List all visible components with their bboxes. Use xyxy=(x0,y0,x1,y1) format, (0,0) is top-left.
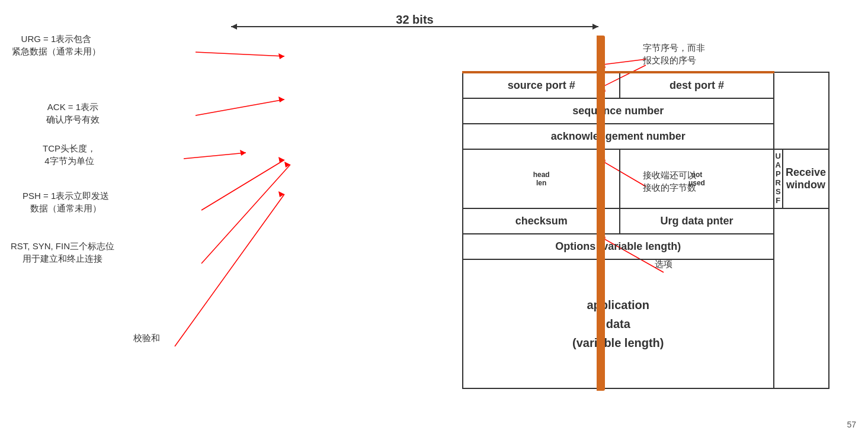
svg-marker-10 xyxy=(278,157,284,163)
svg-line-11 xyxy=(201,165,290,263)
row-checksum: checksum Urg data pnter xyxy=(463,208,829,234)
cell-options: Options (variable length) xyxy=(463,234,774,259)
cell-app-data: applicationdata(variable length) xyxy=(463,259,774,388)
svg-marker-12 xyxy=(284,162,290,168)
svg-line-9 xyxy=(201,160,284,210)
orange-accent xyxy=(597,36,605,391)
cell-ack: acknowledgement number xyxy=(463,124,774,149)
svg-line-7 xyxy=(184,153,246,159)
annotation-options: 选项 xyxy=(655,258,672,270)
cell-receive-window: Receive window xyxy=(783,149,829,208)
annotation-ack: ACK = 1表示确认序号有效 xyxy=(46,101,100,126)
annotation-psh: PSH = 1表示立即发送数据（通常未用） xyxy=(23,189,109,214)
annotation-urg: URG = 1表示包含紧急数据（通常未用） xyxy=(12,33,101,57)
svg-marker-4 xyxy=(278,53,284,59)
annotation-recv-window: 接收端还可以接收的字节数 xyxy=(643,169,696,194)
cell-sequence: sequence number xyxy=(463,98,774,124)
annotation-checksum: 校验和 xyxy=(133,332,160,344)
annotation-byte-seq: 字节序号，而非报文段的序号 xyxy=(643,41,705,66)
svg-marker-6 xyxy=(278,97,284,102)
svg-line-5 xyxy=(196,99,284,115)
svg-line-13 xyxy=(175,194,284,346)
row-app-data: applicationdata(variable length) xyxy=(463,259,829,388)
row-ports: source port # dest port # xyxy=(463,72,829,98)
svg-line-15 xyxy=(598,59,646,65)
row-ack: acknowledgement number xyxy=(463,124,829,149)
cell-urg-data: Urg data pnter xyxy=(620,208,773,234)
page-number: 57 xyxy=(847,420,856,429)
row-sequence: sequence number xyxy=(463,98,829,124)
svg-line-3 xyxy=(196,52,284,56)
bits-label: 32 bits xyxy=(231,13,598,27)
svg-marker-8 xyxy=(240,150,246,156)
svg-marker-14 xyxy=(278,191,284,197)
annotation-tcp-head: TCP头长度，4字节为单位 xyxy=(43,142,96,167)
annotation-rst: RST, SYN, FIN三个标志位用于建立和终止连接 xyxy=(11,240,114,265)
row-options: Options (variable length) xyxy=(463,234,829,259)
cell-flags: UAPRSF xyxy=(774,149,783,208)
cell-dest-port: dest port # xyxy=(620,72,773,98)
